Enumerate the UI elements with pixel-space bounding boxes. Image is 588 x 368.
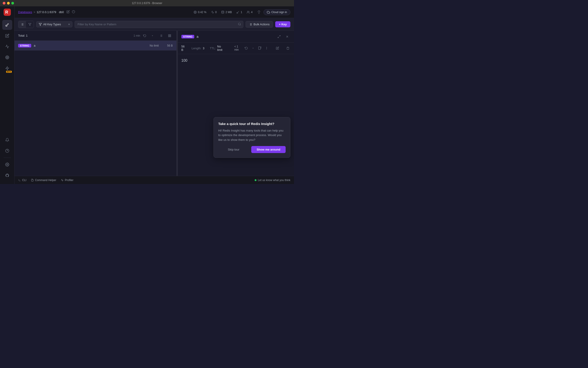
show-around-button[interactable]: Show me around [251, 146, 286, 153]
breadcrumb-db: db0 [59, 10, 64, 14]
svg-rect-47 [168, 34, 169, 35]
sidebar-item-triggers[interactable] [2, 63, 12, 73]
meta-length: Length: 3 [192, 46, 205, 50]
cli-button[interactable]: CLI [18, 179, 27, 182]
svg-point-25 [247, 11, 249, 12]
filter-icon [39, 23, 42, 26]
sidebar-item-github[interactable] [2, 170, 12, 180]
command-helper-button[interactable]: Command Helper [31, 179, 56, 182]
detail-key-name: a [196, 35, 274, 38]
svg-rect-49 [170, 36, 171, 37]
filter-input[interactable] [75, 21, 243, 28]
svg-point-55 [267, 47, 267, 47]
key-type-label: All Key Types [43, 23, 61, 26]
sidebar-item-keys[interactable] [2, 20, 12, 30]
sidebar-item-help[interactable] [2, 146, 12, 156]
sidebar-bottom [2, 135, 12, 182]
bulk-actions-label: Bulk Actions [253, 23, 270, 26]
svg-marker-32 [39, 23, 42, 26]
tree-view-button[interactable] [26, 21, 34, 28]
sidebar-item-analytics[interactable] [2, 42, 12, 52]
sidebar-item-settings[interactable] [2, 160, 12, 170]
cloud-signin-button[interactable]: Cloud sign in [263, 9, 290, 15]
filter-input-wrap [75, 21, 243, 28]
sidebar-item-workbench[interactable] [2, 31, 12, 41]
detail-refresh-button[interactable] [243, 45, 249, 51]
list-view-button[interactable] [18, 21, 26, 28]
feedback-dot [255, 179, 256, 181]
breadcrumb-databases[interactable]: Databases [18, 10, 32, 14]
feedback-indicator[interactable]: Let us know what you think [255, 179, 290, 182]
detail-refresh-options[interactable] [250, 45, 256, 51]
users-icon [247, 11, 250, 14]
svg-point-56 [267, 48, 267, 48]
command-helper-label: Command Helper [35, 179, 56, 182]
profiler-label: Profiler [65, 179, 74, 182]
detail-more-options[interactable] [264, 45, 269, 51]
svg-line-34 [240, 25, 241, 25]
cpu-value: 0.42 % [198, 11, 206, 14]
meta-time-value: < 1 min [234, 45, 242, 51]
bulk-actions-button[interactable]: Bulk Actions [246, 21, 273, 28]
detail-copy-button[interactable] [257, 45, 262, 51]
add-key-label: + Key [279, 23, 287, 26]
header-bar: Databases > 127.0.0.1:6379 db0 [14, 6, 294, 18]
detail-edit-button[interactable] [275, 45, 280, 51]
cloud-icon [267, 11, 270, 14]
app-logo[interactable]: R [3, 8, 11, 16]
cloud-signin-label: Cloud sign in [271, 11, 287, 14]
skip-tour-button[interactable]: Skip tour [218, 146, 249, 153]
bottom-bar: CLI Command Helper Profiler Let us know … [14, 176, 294, 184]
keys-stat-value: 1 [241, 11, 242, 14]
minimize-button[interactable] [7, 2, 10, 5]
edit-connection-icon[interactable] [66, 10, 70, 14]
svg-rect-14 [195, 12, 196, 13]
profiler-icon [61, 179, 64, 182]
profiler-button[interactable]: Profiler [61, 179, 74, 182]
close-detail-button[interactable] [284, 33, 290, 40]
sidebar: R [0, 6, 14, 184]
svg-point-23 [222, 11, 224, 12]
key-type-filter[interactable]: All Key Types ▾ [36, 21, 72, 27]
app-container: R [0, 6, 294, 184]
refresh-button[interactable] [141, 33, 148, 39]
view-toggle [18, 21, 34, 28]
list-layout-icon[interactable] [158, 33, 164, 39]
meta-ttl-value: No limit [217, 45, 224, 52]
tour-body: Hi! Redis Insight has many tools that ca… [218, 129, 286, 142]
tour-popup: Take a quick tour of Redis Insight? Hi! … [214, 117, 290, 158]
breadcrumb-separator: > [33, 10, 35, 14]
fullscreen-button[interactable] [276, 33, 282, 40]
svg-point-2 [6, 25, 7, 27]
title-bar: 127.0.0.1:6379 - Browser [0, 0, 294, 6]
svg-point-3 [7, 57, 8, 58]
export-button[interactable] [167, 33, 173, 39]
close-button[interactable] [3, 2, 5, 5]
main-content: Databases > 127.0.0.1:6379 db0 [14, 6, 294, 184]
bulk-icon [249, 23, 252, 26]
users-value: 4 [251, 11, 253, 14]
svg-marker-6 [6, 67, 9, 70]
search-icon [238, 22, 241, 26]
meta-size-value: 56 B [181, 45, 186, 52]
add-key-button[interactable]: + Key [275, 21, 290, 27]
cli-icon [18, 179, 21, 182]
stat-users: 4 [247, 11, 253, 14]
tour-actions: Skip tour Show me around [218, 146, 286, 153]
sidebar-item-pubsub[interactable] [2, 52, 12, 62]
total-label: Total: 1 [18, 34, 28, 37]
svg-point-24 [237, 12, 238, 13]
meta-size: 56 B [181, 45, 186, 52]
maximize-button[interactable] [11, 2, 14, 5]
browser-area: All Key Types ▾ [14, 18, 294, 176]
window-title: 127.0.0.1:6379 - Browser [132, 2, 162, 5]
refresh-options-button[interactable] [149, 33, 156, 39]
meta-length-value: 3 [203, 46, 204, 50]
info-icon[interactable] [72, 10, 75, 14]
stat-memory: 2 MB [221, 11, 232, 14]
detail-delete-button[interactable] [285, 45, 290, 51]
stat-light[interactable] [257, 10, 261, 14]
key-row[interactable]: STRING a No limit 56 B [14, 41, 176, 51]
sidebar-item-notifications[interactable] [2, 135, 12, 145]
command-helper-icon [31, 179, 34, 182]
